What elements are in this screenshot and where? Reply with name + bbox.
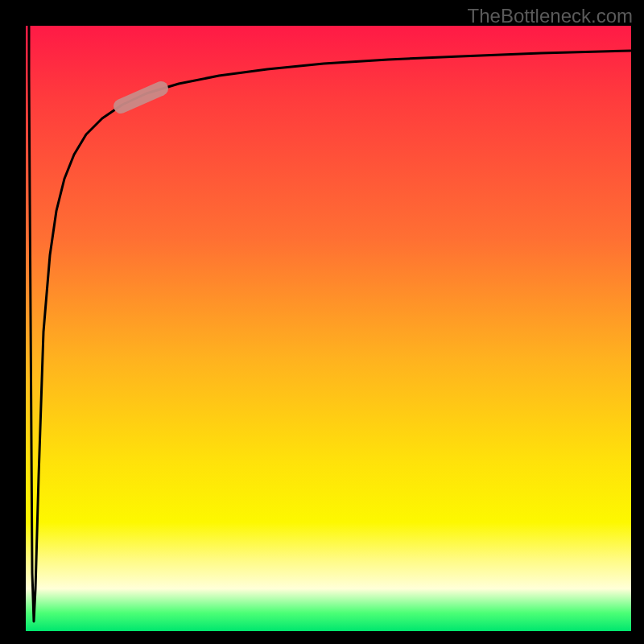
bottleneck-curve (26, 26, 631, 631)
watermark-text: TheBottleneck.com (468, 5, 633, 27)
curve-path (29, 26, 631, 621)
highlight-marker (121, 89, 161, 106)
plot-area (26, 26, 631, 631)
chart-frame: TheBottleneck.com (0, 0, 644, 644)
